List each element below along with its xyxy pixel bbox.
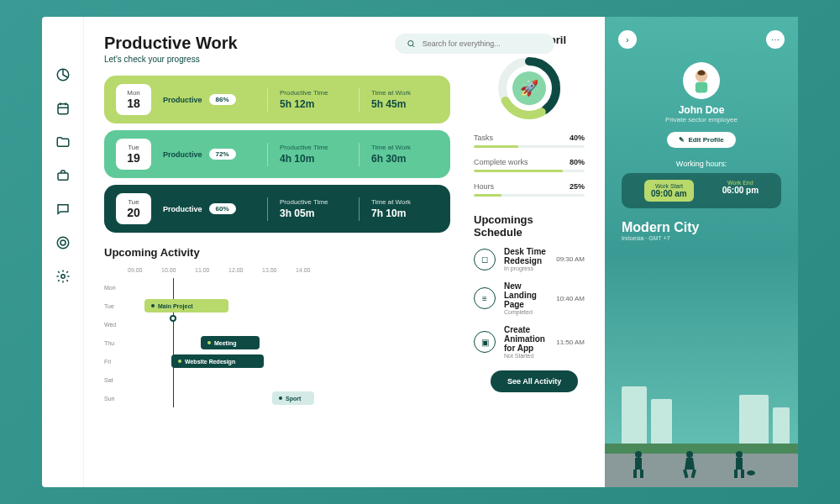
chart-pie-icon[interactable] [55, 67, 71, 82]
time-label: Productive Time [280, 198, 347, 206]
date-badge: Mon 18 [116, 84, 151, 115]
activity-bar[interactable]: Meeting [201, 336, 260, 349]
person-icon [731, 449, 756, 479]
productive-label: Productive [163, 96, 202, 104]
sidebar [42, 17, 84, 487]
svg-rect-1 [58, 104, 68, 114]
time-tick: 11.00 [195, 267, 228, 273]
city-illustration [605, 353, 798, 487]
time-tick: 14.00 [296, 267, 329, 273]
time-axis: 09.00 10.00 11.00 12.00 13.00 14.00 [128, 267, 450, 273]
chat-icon[interactable] [55, 202, 71, 217]
user-name: John Doe [605, 104, 798, 116]
divider [359, 197, 360, 221]
svg-point-5 [60, 275, 65, 279]
date-day: Tue [124, 198, 143, 206]
schedule-title: Upcomings Schedule [474, 213, 585, 239]
activity-bar[interactable]: Sport [272, 391, 314, 405]
settings-icon[interactable] [55, 269, 71, 284]
stat-value: 80% [570, 158, 585, 166]
date-day: Tue [124, 144, 143, 151]
schedule-item[interactable]: ◻ Desk Time Redesign In progress 09:30 A… [474, 247, 585, 271]
collapse-button[interactable]: › [618, 30, 637, 49]
donut-chart: 🚀 [474, 55, 585, 122]
day-label: Fri [104, 359, 128, 365]
time-label: Productive Time [280, 89, 347, 97]
briefcase-icon[interactable] [55, 168, 71, 183]
image-icon: ▣ [474, 331, 496, 353]
date-num: 18 [124, 97, 143, 110]
svg-rect-18 [690, 469, 696, 478]
divider [359, 143, 360, 166]
search-input[interactable] [423, 39, 543, 48]
activity-chart: 09.00 10.00 11.00 12.00 13.00 14.00 Mon … [104, 267, 450, 418]
avatar[interactable] [683, 62, 720, 99]
schedule-item-title: Create Animation for App [504, 325, 548, 353]
date-num: 20 [124, 206, 143, 219]
day-label: Sat [104, 377, 128, 383]
target-icon[interactable] [55, 235, 71, 250]
bar-label: Main Project [158, 303, 193, 309]
schedule-item-title: New Landing Page [504, 281, 548, 309]
day-row[interactable]: Tue 20 Productive 60% Productive Time 3h… [104, 185, 450, 233]
activity-bar[interactable]: Website Redesign [171, 354, 264, 368]
svg-point-4 [60, 240, 66, 245]
folder-icon[interactable] [55, 134, 71, 150]
bar-label: Sport [286, 396, 301, 402]
pct-pill: 60% [209, 203, 236, 214]
stat-label: Tasks [474, 134, 493, 142]
work-hours-label: Working hours: [605, 160, 798, 168]
svg-rect-13 [635, 458, 642, 470]
person-icon [630, 449, 647, 479]
activity-title: Upcoming Activity [104, 246, 450, 259]
edit-profile-button[interactable]: ✎Edit Profile [667, 132, 735, 148]
day-label: Thu [104, 340, 128, 346]
schedule-item-time: 09:30 AM [556, 255, 585, 263]
main-content: Productive Work Let's check your progres… [84, 17, 605, 487]
svg-rect-11 [696, 82, 707, 93]
time-tick: 12.00 [228, 267, 262, 273]
schedule-list: ◻ Desk Time Redesign In progress 09:30 A… [474, 247, 585, 359]
day-row[interactable]: Mon 18 Productive 86% Productive Time 5h… [104, 76, 450, 123]
divider [359, 88, 360, 112]
svg-rect-22 [741, 470, 744, 478]
layers-icon: ≡ [474, 287, 496, 309]
stat-bar [474, 145, 585, 148]
schedule-item-title: Desk Time Redesign [504, 247, 548, 265]
stat-label: Complete works [474, 158, 528, 166]
day-row[interactable]: Tue 19 Productive 72% Productive Time 4h… [104, 130, 450, 178]
schedule-item-status: Not Started [504, 353, 548, 359]
calendar-icon[interactable] [55, 101, 71, 116]
hour-label: Work End [722, 180, 759, 186]
time-label: Productive Time [280, 144, 347, 151]
schedule-item[interactable]: ≡ New Landing Page Completed 10:40 AM [474, 281, 585, 315]
search-box[interactable] [395, 34, 554, 54]
time-value: 6h 30m [371, 153, 438, 165]
more-button[interactable]: ⋯ [766, 30, 785, 49]
page-title: Productive Work [104, 34, 238, 53]
schedule-item[interactable]: ▣ Create Animation for App Not Started 1… [474, 325, 585, 359]
hour-label: Work Start [651, 183, 687, 189]
time-value: 3h 05m [280, 207, 347, 219]
stat-value: 40% [570, 134, 585, 142]
activity-bar[interactable]: Main Project [144, 299, 228, 312]
hours-box: Work Start 09:00 am Work End 06:00 pm [622, 173, 781, 208]
time-tick: 09.00 [128, 267, 161, 273]
see-all-button[interactable]: See All Activity [491, 370, 578, 392]
date-badge: Tue 20 [116, 193, 151, 224]
date-num: 19 [124, 151, 143, 165]
svg-point-6 [408, 40, 413, 45]
stat-bar [474, 194, 585, 197]
edit-label: Edit Profile [688, 136, 723, 144]
hour-value: 06:00 pm [722, 186, 759, 195]
time-tick: 13.00 [262, 267, 296, 273]
day-label: Sun [104, 396, 128, 402]
person-icon [680, 449, 699, 479]
rocket-icon: 🚀 [520, 79, 538, 97]
stat-label: Hours [474, 182, 494, 191]
svg-rect-2 [58, 173, 68, 180]
stat-bar [474, 170, 585, 172]
time-value: 7h 10m [371, 207, 438, 219]
city-title: Modern City [605, 220, 798, 235]
svg-rect-21 [734, 470, 738, 478]
